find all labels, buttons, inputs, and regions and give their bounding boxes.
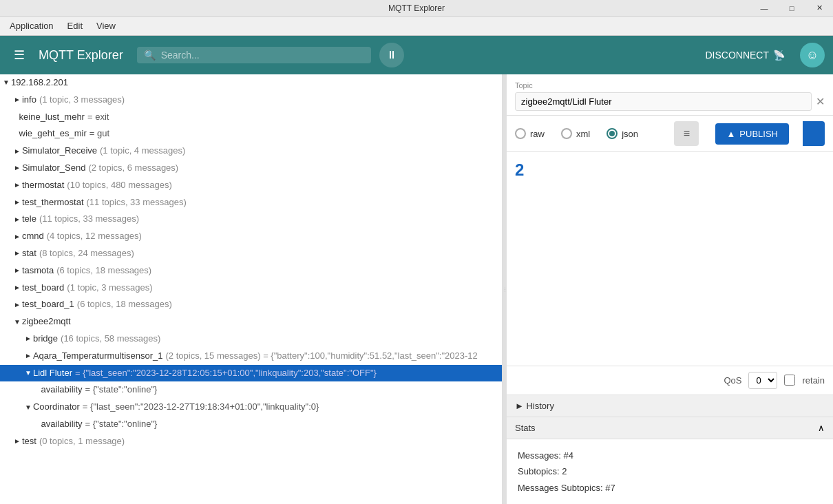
tree-arrow-icon: ►: [25, 333, 32, 344]
tree-arrow-icon: ▼: [25, 368, 32, 379]
app-header: ☰ MQTT Explorer 🔍 ⏸ DISCONNECT 📡 ☺: [0, 36, 833, 74]
tree-item[interactable]: ► test_board (1 topic, 3 messages): [0, 280, 502, 297]
topic-input[interactable]: [515, 92, 812, 111]
title-bar-text: MQTT Explorer: [388, 3, 445, 13]
tree-meta: (1 topic, 3 messages): [67, 281, 152, 295]
tree-item[interactable]: ▼ Coordinator= {"last_seen":"2023-12-27T…: [0, 399, 502, 416]
tree-arrow-icon: ►: [25, 350, 32, 361]
publish-label: PUBLISH: [739, 129, 778, 139]
publish-button[interactable]: ▲ PUBLISH: [715, 123, 789, 145]
disconnect-label: DISCONNECT: [705, 50, 769, 61]
tree-item[interactable]: ► test_board_1 (6 topics, 18 messages): [0, 296, 502, 313]
tree-item[interactable]: ► bridge (16 topics, 58 messages): [0, 330, 502, 348]
app-title: MQTT Explorer: [39, 48, 123, 63]
tree-key: test_thermostat: [22, 196, 84, 210]
qos-label: QoS: [724, 375, 741, 386]
tree-key: tele: [22, 212, 36, 227]
qos-row: QoS 0 1 2 retain: [507, 366, 833, 395]
message-content: 2: [515, 160, 524, 180]
hamburger-button[interactable]: ☰: [8, 42, 30, 68]
tree-item[interactable]: ► tasmota (6 topics, 18 messages): [0, 262, 502, 280]
tree-arrow-icon: ►: [14, 231, 21, 242]
minimize-button[interactable]: —: [750, 0, 778, 17]
tree-key: tasmota: [22, 264, 54, 278]
tree-arrow-placeholder: [14, 129, 18, 140]
tree-arrow-placeholder: [14, 112, 18, 123]
tree-item[interactable]: ► test (0 topics, 1 message): [0, 433, 502, 450]
tree-arrow-icon: ►: [14, 300, 21, 311]
tree-item[interactable]: availability= {"state":"online"}: [0, 381, 502, 399]
tree-item[interactable]: ▼ zigbee2mqtt: [0, 313, 502, 330]
publish-extra: [803, 121, 825, 146]
format-raw[interactable]: raw: [515, 128, 545, 139]
tree-item[interactable]: ► tele (11 topics, 33 messages): [0, 211, 502, 228]
tree-item[interactable]: ► stat (8 topics, 24 messages): [0, 245, 502, 262]
tree-arrow-icon: ►: [14, 146, 21, 157]
stats-header[interactable]: Stats ∧: [507, 417, 833, 439]
disconnect-button[interactable]: DISCONNECT 📡: [698, 45, 792, 65]
tree-item[interactable]: ► Simulator_Receive (1 topic, 4 messages…: [0, 143, 502, 160]
tree-key: keine_lust_mehr: [19, 110, 85, 125]
tree-item[interactable]: ► thermostat (10 topics, 480 messages): [0, 177, 502, 194]
tree-value: = exit: [87, 110, 109, 125]
tree-meta: (0 topics, 1 message): [39, 434, 125, 449]
tree-value: = gut: [89, 127, 109, 141]
right-panel: Topic ✕ raw xml json: [507, 74, 833, 504]
tree-value: = {"state":"online"}: [85, 417, 158, 432]
tree-arrow-icon: ►: [14, 180, 21, 191]
tree-item[interactable]: ► Aqara_Temperaturmultisensor_1 (2 topic…: [0, 348, 502, 365]
retain-checkbox[interactable]: [784, 375, 795, 386]
maximize-button[interactable]: □: [778, 0, 805, 17]
radio-raw[interactable]: [515, 128, 526, 139]
tree-key: 192.168.2.201: [11, 76, 68, 90]
tree-key: test_board_1: [22, 297, 74, 312]
tree-key: availability: [41, 383, 83, 397]
history-section[interactable]: ► History: [507, 395, 833, 417]
radio-xml[interactable]: [561, 128, 572, 139]
tree-key: Aqara_Temperaturmultisensor_1: [33, 349, 163, 364]
tree-value: = {"state":"online"}: [85, 383, 158, 397]
tree-item[interactable]: ▼ Lidl Fluter= {"last_seen":"2023-12-28T…: [0, 365, 502, 382]
tree-arrow-icon: ►: [14, 248, 21, 259]
tree-key: zigbee2mqtt: [22, 315, 71, 329]
hamburger-icon: ☰: [14, 48, 25, 63]
title-bar-controls: — □ ✕: [750, 0, 833, 16]
tree-meta: (1 topic, 4 messages): [100, 144, 185, 158]
tree-meta: (4 topics, 12 messages): [47, 229, 142, 244]
radio-json[interactable]: [607, 128, 618, 139]
menu-view[interactable]: View: [89, 19, 123, 32]
tree-arrow-icon: ►: [14, 265, 21, 276]
tree-item[interactable]: ▼ 192.168.2.201: [0, 74, 502, 92]
lines-button[interactable]: ≡: [674, 121, 699, 146]
avatar[interactable]: ☺: [800, 43, 825, 67]
format-row: raw xml json ≡ ▲ PUBLISH: [507, 116, 833, 152]
stats-header-label: Stats: [515, 423, 536, 433]
format-xml[interactable]: xml: [561, 128, 590, 139]
tree-item[interactable]: availability= {"state":"online"}: [0, 416, 502, 433]
menu-application[interactable]: Application: [3, 19, 61, 32]
message-area[interactable]: 2: [507, 152, 833, 366]
disconnect-icon: 📡: [773, 50, 785, 61]
tree-item[interactable]: ► cmnd (4 topics, 12 messages): [0, 228, 502, 245]
qos-select[interactable]: 0 1 2: [748, 372, 777, 389]
tree-key: Simulator_Receive: [22, 144, 97, 158]
tree-key: Coordinator: [33, 400, 80, 414]
format-json[interactable]: json: [607, 128, 638, 139]
tree-item[interactable]: ► Simulator_Send (2 topics, 6 messages): [0, 160, 502, 177]
stats-collapse-icon: ∧: [818, 423, 825, 433]
tree-item[interactable]: ► test_thermostat (11 topics, 33 message…: [0, 194, 502, 211]
tree-key: wie_geht_es_mir: [19, 127, 87, 141]
tree-item[interactable]: ► info (1 topic, 3 messages): [0, 92, 502, 109]
topic-clear-button[interactable]: ✕: [816, 95, 825, 108]
menu-edit[interactable]: Edit: [61, 19, 89, 32]
tree-item[interactable]: wie_geht_es_mir= gut: [0, 125, 502, 143]
stats-subtopics: Subtopics: 2: [518, 463, 822, 479]
close-button[interactable]: ✕: [805, 0, 833, 17]
search-input[interactable]: [161, 50, 364, 61]
tree-value: = {"last_seen":"2023-12-28T12:05:15+01:0…: [75, 366, 377, 381]
search-icon: 🔍: [144, 50, 156, 61]
tree-item[interactable]: keine_lust_mehr= exit: [0, 109, 502, 126]
tree-meta: (1 topic, 3 messages): [39, 93, 125, 107]
pause-button[interactable]: ⏸: [379, 43, 404, 67]
pause-icon: ⏸: [386, 49, 397, 61]
